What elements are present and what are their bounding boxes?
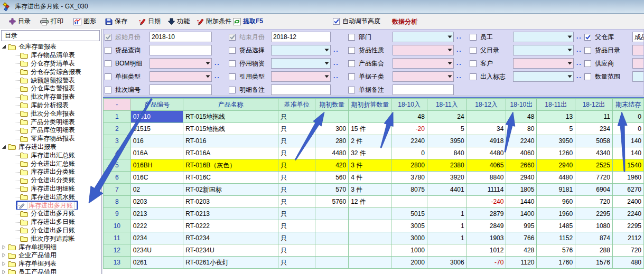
cell[interactable]: 0203 xyxy=(130,196,183,208)
column-header[interactable]: 期初折算数量 xyxy=(349,99,391,111)
cell[interactable]: 3950 xyxy=(537,135,575,147)
cell[interactable]: 0261 xyxy=(130,257,183,269)
cell[interactable]: 8075 xyxy=(391,184,427,196)
cell[interactable]: 8840 xyxy=(466,172,506,184)
cell[interactable]: 1960 xyxy=(612,172,643,184)
tree-item[interactable]: 分仓存货综合报表 xyxy=(0,68,101,76)
ref-type-checkbox[interactable] xyxy=(229,73,236,80)
customer-checkbox[interactable] xyxy=(470,60,477,67)
ellipsis-button[interactable]: .. xyxy=(576,59,582,67)
cell[interactable]: 3780 xyxy=(391,172,427,184)
end-month-checkbox[interactable] xyxy=(229,34,236,41)
cell[interactable]: 2400 xyxy=(612,196,643,208)
bom-detail-checkbox[interactable] xyxy=(105,60,111,67)
cell[interactable]: 5760 xyxy=(315,196,349,208)
cell[interactable]: 4401 xyxy=(427,184,466,196)
cell[interactable]: 560 xyxy=(315,172,349,184)
cell[interactable]: 2240 xyxy=(391,135,427,147)
cell[interactable]: 4918 xyxy=(466,135,506,147)
cell[interactable]: RT-015地拖线 xyxy=(183,111,278,123)
cell[interactable]: 6904 xyxy=(575,184,613,196)
ellipsis-button[interactable]: .. xyxy=(333,59,339,67)
cell[interactable]: 9181 xyxy=(537,184,575,196)
cell[interactable]: RT-0222 xyxy=(183,220,278,232)
row-number[interactable]: 13 xyxy=(104,257,131,269)
cell[interactable]: RT-0213 xyxy=(183,208,278,220)
ellipsis-button[interactable]: .. xyxy=(576,33,582,40)
cell[interactable]: 0234U xyxy=(130,244,183,257)
function-button[interactable]: 功能 xyxy=(166,16,191,27)
column-header[interactable]: 期初数量 xyxy=(315,99,349,111)
disabled-material-dropdown[interactable] xyxy=(271,58,331,69)
cell[interactable]: 2879 xyxy=(466,208,506,220)
cell[interactable]: 0234 xyxy=(130,232,183,244)
date-button[interactable]: 日期 xyxy=(137,16,162,27)
detail-remark-input[interactable] xyxy=(271,84,331,95)
cell[interactable]: 570 xyxy=(315,184,349,196)
cell[interactable]: 11 xyxy=(575,111,613,123)
cell[interactable]: RT-016 xyxy=(183,135,278,147)
cell[interactable]: 576 xyxy=(537,244,575,257)
cell[interactable]: 4480 xyxy=(466,147,506,159)
corner-header[interactable]: - xyxy=(104,99,131,111)
cell[interactable]: 300 xyxy=(315,123,349,135)
column-header[interactable]: 产品名称 xyxy=(183,99,278,111)
save-button[interactable]: 保存 xyxy=(104,16,129,27)
cell[interactable]: 只 xyxy=(278,208,315,220)
row-number[interactable]: 8 xyxy=(104,196,131,208)
qty-range-dropdown[interactable] xyxy=(632,71,644,82)
cell[interactable]: 480 xyxy=(612,257,643,269)
menu-button[interactable]: 目录 xyxy=(7,16,32,27)
cell[interactable]: RT-02新国标 xyxy=(183,184,278,196)
cell[interactable]: 48 xyxy=(391,111,427,123)
goods-property-checkbox[interactable] xyxy=(348,47,355,54)
cell[interactable]: 140 xyxy=(612,147,643,159)
column-header[interactable]: 产品编号 xyxy=(130,99,183,111)
cell[interactable]: RT-015地拖线 xyxy=(183,123,278,135)
cell[interactable]: 13 xyxy=(537,111,575,123)
cell[interactable]: 3006 xyxy=(427,257,466,269)
product-set-checkbox[interactable] xyxy=(348,60,355,67)
ellipsis-button[interactable]: .. xyxy=(576,72,582,80)
product-set-dropdown[interactable] xyxy=(393,58,454,69)
employee-checkbox[interactable] xyxy=(470,34,477,41)
batch-no-input[interactable] xyxy=(150,84,212,95)
tree-item[interactable]: 库存物品清单表 xyxy=(0,51,101,60)
row-number[interactable]: 3 xyxy=(104,135,131,147)
cell[interactable]: 1903 xyxy=(466,232,506,244)
cell[interactable]: 1120 xyxy=(506,257,537,269)
cell[interactable]: 2940 xyxy=(506,172,537,184)
cell[interactable]: 840 xyxy=(427,147,466,159)
ellipsis-button[interactable]: .. xyxy=(456,33,462,40)
goods-category-dropdown[interactable] xyxy=(632,45,644,55)
column-header[interactable]: 18-11入 xyxy=(427,99,466,111)
tree-item[interactable]: 库存进出明细账 xyxy=(0,185,101,193)
cell[interactable]: 6270 xyxy=(612,184,643,196)
cell[interactable] xyxy=(315,257,349,269)
cell[interactable]: 12 件 xyxy=(349,196,391,208)
cell[interactable]: 2660 xyxy=(506,159,537,172)
tree-item[interactable]: 分仓进出多日账 xyxy=(0,226,101,235)
customer-dropdown[interactable] xyxy=(513,58,574,69)
cell[interactable] xyxy=(315,244,349,257)
cell[interactable]: 0 xyxy=(612,123,643,135)
cell[interactable]: 2000 xyxy=(391,257,427,269)
cell[interactable]: 3 件 xyxy=(349,159,391,172)
row-number[interactable]: 10 xyxy=(104,220,131,232)
tree-item[interactable]: 员工产品借用 xyxy=(0,268,101,274)
cell[interactable]: 02 xyxy=(130,184,183,196)
tree-item[interactable]: 库存进出流水账 xyxy=(0,193,101,201)
goods-select-dropdown[interactable] xyxy=(271,45,331,55)
cell[interactable]: 5 xyxy=(427,123,466,135)
ellipsis-button[interactable]: .. xyxy=(214,72,220,80)
cell[interactable]: 24 xyxy=(427,111,466,123)
cell[interactable]: 428 xyxy=(506,244,537,257)
row-number[interactable]: 11 xyxy=(104,232,131,244)
cell[interactable]: 1540 xyxy=(612,159,643,172)
cell[interactable] xyxy=(349,111,391,123)
cell[interactable]: 1805 xyxy=(506,184,537,196)
tree-item[interactable]: 库存进出分类账 xyxy=(0,168,101,176)
cell[interactable]: 48 xyxy=(506,111,537,123)
doc-remark-input[interactable] xyxy=(393,84,454,95)
supplier-checkbox[interactable] xyxy=(584,60,591,67)
